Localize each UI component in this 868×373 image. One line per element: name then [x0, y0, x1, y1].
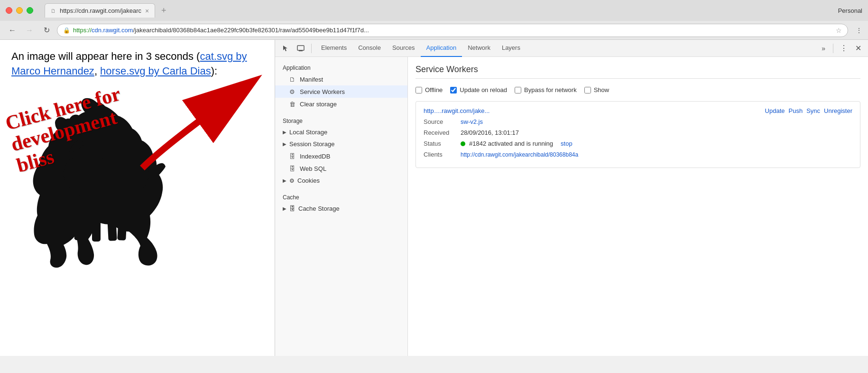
- sidebar-item-service-workers[interactable]: ⚙ Service Workers: [275, 85, 407, 98]
- clear-storage-icon: 🗑: [288, 100, 296, 108]
- sw-source-file[interactable]: sw-v2.js: [461, 118, 483, 125]
- sidebar-item-indexeddb[interactable]: 🗄 IndexedDB: [275, 150, 407, 162]
- tab-sources[interactable]: Sources: [387, 40, 421, 57]
- bypass-network-checkbox[interactable]: [515, 87, 521, 93]
- maximize-button[interactable]: [27, 7, 33, 14]
- sidebar-clear-storage-label: Clear storage: [300, 101, 337, 108]
- local-storage-arrow: ▶: [283, 130, 286, 135]
- devtools-tabs: Elements Console Sources Application Net…: [315, 40, 829, 57]
- sidebar-service-workers-label: Service Workers: [300, 88, 345, 95]
- svg-rect-9: [299, 50, 303, 51]
- url-https: https://: [73, 27, 92, 34]
- sidebar-item-clear-storage[interactable]: 🗑 Clear storage: [275, 98, 407, 110]
- refresh-button[interactable]: ↻: [40, 24, 53, 37]
- browser-tab[interactable]: 🗋 https://cdn.rawgit.com/jakearc ×: [45, 3, 155, 18]
- bypass-network-checkbox-label[interactable]: Bypass for network: [515, 86, 577, 93]
- update-on-reload-label: Update on reload: [460, 86, 507, 93]
- devtools-panel: Elements Console Sources Application Net…: [275, 40, 868, 356]
- indexeddb-icon: 🗄: [288, 152, 296, 160]
- show-checkbox-label[interactable]: Show: [584, 86, 609, 93]
- sidebar-group-local-storage[interactable]: ▶ Local Storage: [275, 126, 407, 138]
- text-prefix: An image will appear here in 3 seconds (: [11, 50, 200, 62]
- bypass-network-label: Bypass for network: [524, 86, 577, 93]
- devtools-close-button[interactable]: ✕: [852, 42, 864, 55]
- devtools-sidebar: Application 🗋 Manifest ⚙ Service Workers…: [275, 57, 408, 356]
- offline-checkbox[interactable]: [416, 87, 422, 93]
- horse-image: [11, 88, 220, 278]
- sw-status-row: Status #1842 activated and is running st…: [424, 140, 852, 147]
- show-checkbox[interactable]: [584, 87, 591, 93]
- tab-application[interactable]: Application: [421, 40, 462, 57]
- status-text: #1842 activated and is running: [469, 140, 553, 147]
- profile-label: Personal: [838, 7, 862, 14]
- sidebar-section-cache: Cache: [275, 190, 407, 203]
- sidebar-group-cookies[interactable]: ▶ ⚙ Cookies: [275, 175, 407, 186]
- service-worker-entry: http….rawgit.com/jake... Update Push Syn…: [416, 101, 860, 168]
- forward-button[interactable]: →: [23, 24, 36, 37]
- address-bar: ← → ↻ 🔒 https://cdn.rawgit.com/jakearchi…: [0, 21, 868, 40]
- horse-svg-link[interactable]: horse.svg by Carla Dias: [100, 65, 211, 77]
- cookies-icon: ⚙: [289, 177, 295, 184]
- tab-favicon: 🗋: [51, 8, 56, 14]
- sw-stop-link[interactable]: stop: [561, 140, 573, 147]
- sw-update-link[interactable]: Update: [765, 107, 785, 114]
- device-toolbar-button[interactable]: [294, 43, 307, 54]
- devtools-toolbar: Elements Console Sources Application Net…: [275, 40, 868, 57]
- device-icon: [297, 45, 305, 52]
- service-workers-title: Service Workers: [416, 65, 860, 79]
- sidebar-group-session-storage[interactable]: ▶ Session Storage: [275, 138, 407, 150]
- sw-unregister-link[interactable]: Unregister: [824, 107, 852, 114]
- tab-console[interactable]: Console: [352, 40, 387, 57]
- update-on-reload-checkbox[interactable]: [450, 87, 457, 93]
- more-tabs-button[interactable]: »: [818, 43, 829, 54]
- sidebar-item-manifest[interactable]: 🗋 Manifest: [275, 73, 407, 85]
- bookmark-star-icon[interactable]: ☆: [836, 27, 842, 34]
- sidebar-web-sql-label: Web SQL: [300, 165, 326, 172]
- sw-client-url: http://cdn.rawgit.com/jakearchibald/8036…: [461, 151, 578, 158]
- tab-network[interactable]: Network: [462, 40, 496, 57]
- cache-storage-icon: 🗄: [289, 205, 295, 212]
- service-workers-icon: ⚙: [288, 88, 296, 95]
- webpage-text: An image will appear here in 3 seconds (…: [11, 49, 263, 79]
- devtools-main-panel: Service Workers Offline Update on reload…: [408, 57, 868, 356]
- sidebar-group-cache-storage[interactable]: ▶ 🗄 Cache Storage: [275, 203, 407, 214]
- sidebar-item-web-sql[interactable]: 🗄 Web SQL: [275, 162, 407, 175]
- sw-clients-row: Clients http://cdn.rawgit.com/jakearchib…: [424, 151, 852, 158]
- service-workers-options: Offline Update on reload Bypass for netw…: [416, 86, 860, 93]
- sidebar-indexeddb-label: IndexedDB: [300, 153, 330, 160]
- sidebar-manifest-label: Manifest: [300, 76, 323, 83]
- sw-url[interactable]: http….rawgit.com/jake...: [424, 107, 489, 114]
- url-field[interactable]: 🔒 https://cdn.rawgit.com/jakearchibald/8…: [57, 24, 848, 37]
- inspect-element-button[interactable]: [279, 43, 292, 54]
- sw-push-link[interactable]: Push: [788, 107, 803, 114]
- cache-storage-arrow: ▶: [283, 206, 286, 211]
- tab-close-button[interactable]: ×: [145, 7, 149, 15]
- manifest-icon: 🗋: [288, 75, 296, 83]
- offline-checkbox-label[interactable]: Offline: [416, 86, 443, 93]
- source-label: Source: [424, 118, 457, 125]
- update-on-reload-checkbox-label[interactable]: Update on reload: [450, 86, 507, 93]
- sw-url-row: http….rawgit.com/jake... Update Push Syn…: [424, 107, 852, 114]
- sidebar-session-storage-label: Session Storage: [289, 140, 334, 148]
- web-sql-icon: 🗄: [288, 165, 296, 172]
- new-tab-button[interactable]: +: [155, 3, 172, 18]
- sidebar-local-storage-label: Local Storage: [289, 129, 327, 136]
- url-path: /jakearchibald/80368b84ac1ae8e229fc90b3f…: [133, 27, 369, 34]
- tab-elements[interactable]: Elements: [315, 40, 352, 57]
- received-label: Received: [424, 129, 457, 136]
- toolbar-separator: [311, 44, 312, 53]
- back-button[interactable]: ←: [6, 24, 19, 37]
- cursor-icon: [282, 45, 289, 52]
- browser-menu-icon[interactable]: ⋮: [856, 27, 862, 34]
- sidebar-cache-storage-label: Cache Storage: [298, 205, 340, 212]
- svg-rect-4: [92, 200, 101, 242]
- close-button[interactable]: [6, 7, 12, 14]
- sw-actions: Update Push Sync Unregister: [765, 107, 852, 114]
- minimize-button[interactable]: [16, 7, 23, 14]
- sw-sync-link[interactable]: Sync: [806, 107, 820, 114]
- status-label: Status: [424, 140, 457, 147]
- svg-rect-8: [297, 46, 304, 50]
- tab-layers[interactable]: Layers: [496, 40, 526, 57]
- traffic-lights[interactable]: [6, 7, 33, 14]
- devtools-options-button[interactable]: ⋮: [837, 42, 850, 55]
